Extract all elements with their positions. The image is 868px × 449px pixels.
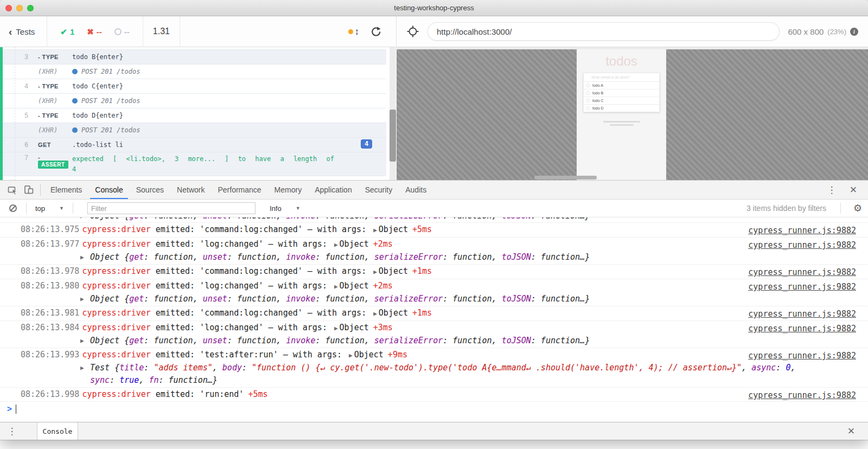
preview-segment: : function…} [158, 375, 217, 385]
command-row[interactable]: (XHR)POST 201 /todos [0, 123, 386, 138]
expand-triangle-icon[interactable]: ▶ [80, 362, 84, 374]
new-todo-input[interactable]: What needs to be done? [584, 73, 659, 81]
source-link[interactable]: cypress_runner.js:9882 [748, 266, 856, 279]
preview-segment: : function…} [531, 294, 590, 304]
todo-label: todo A [592, 84, 603, 87]
todo-item[interactable]: todo D [584, 104, 659, 112]
command-row[interactable]: 7- ASSERTexpected [ <li.todo>, 3 more...… [0, 152, 386, 176]
expand-triangle-icon[interactable]: ▶ [373, 227, 377, 234]
tab-performance[interactable]: Performance [213, 181, 266, 199]
command-row[interactable]: (XHR)POST 201 /todos [0, 94, 386, 108]
todo-label: todo B [592, 91, 603, 95]
reporter-tools: ↕ [348, 25, 382, 37]
preview-segment: unset [203, 336, 227, 345]
console-message: 08:26:13.975cypress:driver emitted: 'com… [0, 223, 868, 236]
command-row[interactable]: 4- TYPEtodo C{enter} [0, 79, 386, 94]
kebab-menu-icon: ⋮ [8, 427, 17, 436]
todo-item[interactable]: todo B [584, 89, 659, 97]
expand-triangle-icon[interactable]: ▶ [80, 217, 84, 222]
console-filter-input[interactable] [87, 202, 256, 214]
preview-segment: invoke [286, 217, 315, 221]
console-settings-button[interactable]: ⚙ [847, 201, 861, 216]
source-link[interactable]: cypress_runner.js:9882 [748, 308, 856, 320]
tab-sources[interactable]: Sources [131, 181, 169, 199]
console-message: 08:26:13.981cypress:driver emitted: 'com… [0, 307, 868, 320]
message-text: emitted: 'command:log:changed' – with ar… [151, 224, 371, 234]
object-label: Object [340, 323, 369, 332]
expand-triangle-icon[interactable]: ▶ [373, 310, 377, 317]
todo-checkbox-icon[interactable] [586, 84, 590, 87]
todo-checkbox-icon[interactable] [586, 99, 590, 102]
drawer-tab-console[interactable]: Console [37, 422, 78, 440]
clear-console-button[interactable] [7, 201, 20, 216]
info-icon[interactable]: i [850, 28, 858, 36]
source-link[interactable]: cypress_runner.js:9882 [748, 350, 856, 362]
assert-message-line: 4 [72, 164, 386, 175]
tab-audits[interactable]: Audits [400, 181, 431, 199]
console-prompt[interactable]: > [0, 402, 868, 416]
preview-segment: body [222, 363, 242, 373]
tab-elements[interactable]: Elements [46, 181, 87, 199]
back-to-tests-button[interactable]: ‹ Tests [0, 16, 47, 47]
todo-item[interactable]: todo A [584, 81, 659, 89]
device-toolbar-button[interactable] [21, 182, 37, 197]
minimize-window-button[interactable] [16, 5, 23, 11]
todo-item[interactable]: todo C [584, 97, 659, 104]
console-message-text: cypress:driver emitted: 'test:after:run'… [82, 350, 407, 360]
test-passed-bar [0, 47, 3, 180]
drawer-close-button[interactable]: × [843, 424, 859, 439]
command-row[interactable]: 6GET.todo-list li4 [0, 138, 386, 152]
expand-triangle-icon[interactable]: ▶ [80, 293, 84, 305]
source-link[interactable]: cypress_runner.js:9882 [748, 239, 856, 252]
inspect-element-button[interactable] [4, 182, 21, 197]
devtools-close-button[interactable]: × [845, 182, 861, 197]
crosshair-icon [406, 25, 419, 38]
preview-segment: , [742, 363, 751, 373]
expand-triangle-icon[interactable]: ▶ [80, 335, 84, 347]
todo-footer [577, 121, 666, 126]
todo-checkbox-icon[interactable] [586, 91, 590, 95]
tab-memory[interactable]: Memory [270, 181, 307, 199]
preview-segment: toJSON [502, 294, 531, 304]
url-input[interactable]: http://localhost:3000/ [427, 22, 780, 41]
devtools-menu-button[interactable]: ⋮ [824, 182, 840, 197]
expand-triangle-icon[interactable]: ▶ [334, 241, 338, 248]
restart-tests-button[interactable] [370, 25, 382, 37]
expand-triangle-icon[interactable]: ▶ [80, 251, 84, 264]
tab-security[interactable]: Security [360, 181, 398, 199]
console-message-text: cypress:driver emitted: 'command:log:cha… [82, 266, 432, 276]
preview-segment: : function, [443, 294, 501, 304]
expand-triangle-icon[interactable]: ▶ [349, 352, 353, 359]
source-link[interactable]: cypress_runner.js:9882 [748, 281, 856, 293]
command-row[interactable]: 5- TYPEtodo D{enter} [0, 108, 386, 123]
devtools-tabbar: ElementsConsoleSourcesNetworkPerformance… [0, 181, 868, 200]
source-link[interactable]: cypress_runner.js:9882 [748, 323, 856, 335]
up-down-arrow-icon: ↕ [355, 27, 360, 36]
command-row[interactable]: (XHR)POST 201 /todos [0, 65, 386, 79]
expand-triangle-icon[interactable]: ▶ [334, 325, 338, 332]
tab-console[interactable]: Console [90, 181, 127, 199]
todo-checkbox-icon[interactable] [586, 106, 590, 110]
zoom-window-button[interactable] [27, 5, 34, 11]
preview-segment: : function, [443, 336, 501, 345]
auto-scroll-toggle[interactable]: ↕ [348, 27, 360, 36]
console-timestamp: 08:26:13.998 [21, 389, 79, 399]
context-selector[interactable]: top ▼ [33, 204, 66, 213]
preview-segment: : function…} [531, 252, 590, 262]
tab-application[interactable]: Application [310, 181, 357, 199]
source-link[interactable]: cypress_runner.js:9882 [748, 389, 856, 402]
log-level-selector[interactable]: Info ▼ [267, 204, 303, 213]
todo-list: todo Atodo Btodo Ctodo D [584, 81, 659, 112]
preview-segment: : [110, 375, 119, 385]
selector-playground-button[interactable] [406, 25, 419, 38]
todo-card: What needs to be done? todo Atodo Btodo … [583, 73, 660, 112]
close-window-button[interactable] [5, 5, 12, 11]
tab-network[interactable]: Network [172, 181, 209, 199]
drawer-menu-button[interactable]: ⋮ [0, 422, 24, 440]
expand-triangle-icon[interactable]: ▶ [334, 283, 338, 290]
scrollbar-thumb[interactable] [390, 110, 396, 162]
preview-horizontal-scrollbar-thumb[interactable] [534, 176, 597, 179]
command-row[interactable]: 3- TYPEtodo B{enter} [0, 50, 386, 65]
expand-triangle-icon[interactable]: ▶ [373, 268, 377, 275]
source-link[interactable]: cypress_runner.js:9882 [748, 224, 856, 237]
